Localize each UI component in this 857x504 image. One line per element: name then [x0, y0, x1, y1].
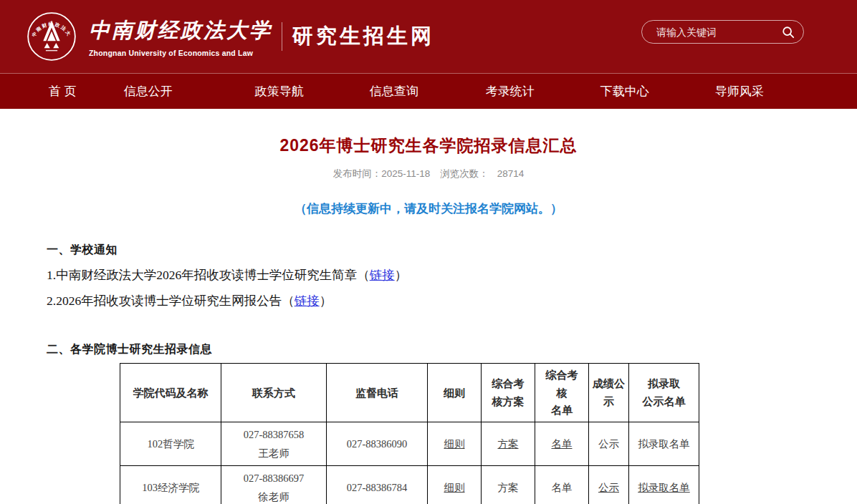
nav-item-home[interactable]: 首 页 [49, 83, 77, 100]
notice-item-text: 2.2026年招收攻读博士学位研究生网报公告（ [47, 294, 295, 308]
main-nav: 首 页信息公开政策导航信息查询考录统计下载中心导师风采 [0, 74, 857, 109]
table-row: 102哲学院027-88387658王老师027-88386090细则方案名单公… [120, 422, 699, 466]
contact-cell: 027-88386697徐老师 [221, 466, 327, 504]
school-notice-heading: 一、学校通知 [47, 243, 857, 258]
notice-item-text: 1.中南财经政法大学2026年招收攻读博士学位研究生简章（ [47, 268, 370, 282]
search-input[interactable] [655, 26, 782, 39]
notice-item-link[interactable]: 链接 [295, 294, 320, 308]
colleges-heading: 二、各学院博士研究生招录信息 [47, 342, 857, 357]
publish-date: 2025-11-18 [381, 168, 430, 179]
nav-item-download-center[interactable]: 下载中心 [600, 83, 649, 100]
school-notice-item: 1.中南财经政法大学2026年招收攻读博士学位研究生简章（链接） [47, 266, 857, 284]
score-publicity-link[interactable]: 公示 [598, 482, 619, 493]
assessment-list-link: 名单 [552, 482, 573, 493]
column-header-rules: 细则 [428, 364, 482, 422]
site-header: 中南财经政法大学 中南财经政法大学 Zhongnan University of… [0, 0, 857, 74]
college-cell: 103经济学院 [120, 466, 221, 504]
contact-cell: 027-88387658王老师 [221, 422, 327, 466]
header-row: 学院代码及名称联系方式监督电话细则综合考 核方案综合考 核 名单成绩公 示拟录取… [120, 364, 699, 422]
nav-item-mentor-style[interactable]: 导师风采 [715, 83, 764, 100]
contact-name: 王老师 [223, 444, 325, 462]
contact-name: 徐老师 [223, 488, 325, 504]
column-header-supervision-phone: 监督电话 [327, 364, 428, 422]
assessment-list-cell: 名单 [535, 466, 589, 504]
admission-list-link[interactable]: 拟录取名单 [638, 482, 690, 493]
site-title: 研究生招生网 [292, 22, 434, 51]
notice-item-suffix: ） [320, 294, 332, 308]
score-publicity-cell: 公示 [589, 422, 629, 466]
publish-label: 发布时间： [333, 168, 382, 179]
column-header-assessment-plan: 综合考 核方案 [482, 364, 535, 422]
college-cell: 102哲学院 [120, 422, 221, 466]
column-header-score-publicity: 成绩公 示 [589, 364, 629, 422]
update-notice: （信息持续更新中，请及时关注报名学院网站。） [0, 200, 857, 217]
rules-link[interactable]: 细则 [444, 482, 465, 493]
table-row: 103经济学院027-88386697徐老师027-88386784细则方案名单… [120, 466, 699, 504]
assessment-plan-cell: 方案 [482, 422, 535, 466]
header-divider [282, 22, 282, 51]
college-table-body: 102哲学院027-88387658王老师027-88386090细则方案名单公… [120, 422, 699, 504]
university-name-en: Zhongnan University of Economics and Law [89, 49, 272, 57]
search-icon [782, 26, 795, 39]
score-publicity-link: 公示 [598, 438, 619, 450]
section-colleges: 二、各学院博士研究生招录信息 学院代码及名称联系方式监督电话细则综合考 核方案综… [0, 342, 857, 504]
assessment-plan-link[interactable]: 方案 [498, 438, 519, 450]
contact-phone: 027-88387658 [223, 425, 325, 444]
score-publicity-cell: 公示 [589, 466, 629, 504]
search-button[interactable] [782, 26, 795, 39]
college-table: 学院代码及名称联系方式监督电话细则综合考 核方案综合考 核 名单成绩公 示拟录取… [120, 363, 699, 504]
admission-list-link: 拟录取名单 [638, 438, 690, 450]
brand-block: 中南财经政法大学 Zhongnan University of Economic… [89, 16, 272, 57]
assessment-plan-cell: 方案 [482, 466, 535, 504]
notice-item-link[interactable]: 链接 [370, 268, 395, 282]
admission-list-cell: 拟录取名单 [629, 466, 699, 504]
column-header-contact: 联系方式 [221, 364, 327, 422]
nav-item-info-disclosure[interactable]: 信息公开 [124, 83, 173, 100]
contact-phone: 027-88386697 [223, 469, 325, 488]
school-notice-list: 1.中南财经政法大学2026年招收攻读博士学位研究生简章（链接）2.2026年招… [0, 266, 857, 309]
column-header-admission-list: 拟录取 公示名单 [629, 364, 699, 422]
rules-cell: 细则 [428, 466, 482, 504]
nav-item-info-query[interactable]: 信息查询 [370, 83, 418, 100]
nav-item-policy-guide[interactable]: 政策导航 [255, 83, 304, 100]
views-count: 28714 [497, 168, 525, 179]
college-table-head: 学院代码及名称联系方式监督电话细则综合考 核方案综合考 核 名单成绩公 示拟录取… [120, 364, 699, 422]
rules-link[interactable]: 细则 [444, 438, 465, 450]
notice-item-suffix: ） [395, 268, 408, 282]
university-seal-icon: 中南财经政法大学 [26, 11, 77, 62]
supervision-phone-cell: 027-88386090 [327, 422, 428, 466]
admission-list-cell: 拟录取名单 [629, 422, 699, 466]
assessment-list-link[interactable]: 名单 [552, 438, 573, 450]
nav-item-exam-stats[interactable]: 考录统计 [486, 83, 535, 100]
rules-cell: 细则 [428, 422, 482, 466]
column-header-college: 学院代码及名称 [120, 364, 221, 422]
assessment-plan-link: 方案 [498, 482, 519, 493]
views-label: 浏览次数： [440, 168, 489, 179]
search-box [641, 20, 804, 44]
seal-arc-text: 中南财经政法大学 [26, 11, 72, 38]
school-notice-item: 2.2026年招收攻读博士学位研究生网报公告（链接） [47, 292, 857, 309]
university-logo[interactable]: 中南财经政法大学 [26, 11, 77, 62]
svg-text:中南财经政法大学: 中南财经政法大学 [26, 11, 72, 38]
supervision-phone-cell: 027-88386784 [327, 466, 428, 504]
article-title: 2026年博士研究生各学院招录信息汇总 [0, 135, 857, 157]
section-school-notice: 一、学校通知 1.中南财经政法大学2026年招收攻读博士学位研究生简章（链接）2… [0, 243, 857, 309]
article-main: 2026年博士研究生各学院招录信息汇总 发布时间：2025-11-18浏览次数：… [0, 135, 857, 504]
assessment-list-cell: 名单 [535, 422, 589, 466]
university-name-zh: 中南财经政法大学 [89, 16, 272, 45]
article-meta: 发布时间：2025-11-18浏览次数：28714 [0, 168, 857, 180]
column-header-assessment-list: 综合考 核 名单 [535, 364, 589, 422]
